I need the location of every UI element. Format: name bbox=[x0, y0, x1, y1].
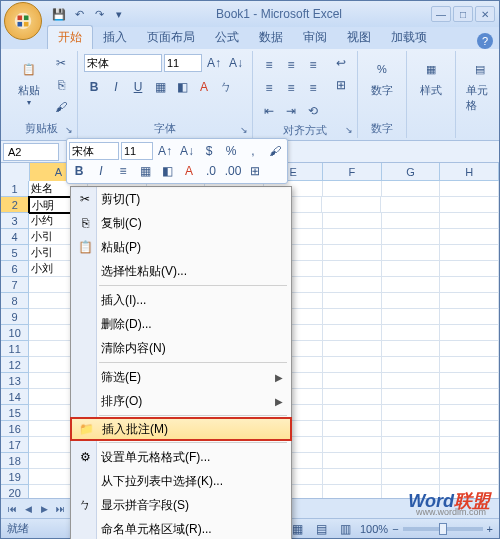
font-name-select[interactable]: 宋体 bbox=[84, 54, 162, 72]
cell[interactable] bbox=[440, 389, 499, 405]
cell[interactable] bbox=[323, 357, 382, 373]
cell[interactable] bbox=[382, 277, 441, 293]
mini-bold-button[interactable]: B bbox=[69, 161, 89, 181]
cell[interactable] bbox=[323, 437, 382, 453]
name-box[interactable]: A2 bbox=[3, 143, 59, 161]
next-sheet-icon[interactable]: ▶ bbox=[37, 502, 51, 516]
row-header[interactable]: 5 bbox=[1, 245, 29, 261]
undo-icon[interactable]: ↶ bbox=[71, 6, 87, 22]
cell[interactable] bbox=[440, 293, 499, 309]
view-break-icon[interactable]: ▥ bbox=[336, 519, 356, 539]
row-header[interactable]: 16 bbox=[1, 421, 29, 437]
mini-decrease-decimal-icon[interactable]: .0 bbox=[201, 161, 221, 181]
cell[interactable] bbox=[323, 373, 382, 389]
cell[interactable] bbox=[323, 485, 382, 498]
row-header[interactable]: 4 bbox=[1, 229, 29, 245]
menu-insert-comment[interactable]: 📁插入批注(M) bbox=[70, 417, 292, 441]
format-painter-icon[interactable]: 🖌 bbox=[51, 97, 71, 117]
mini-percent-icon[interactable]: % bbox=[221, 141, 241, 161]
zoom-out-icon[interactable]: − bbox=[392, 523, 398, 535]
zoom-slider[interactable] bbox=[403, 527, 483, 531]
cell[interactable] bbox=[323, 261, 382, 277]
cell[interactable] bbox=[382, 341, 441, 357]
row-header[interactable]: 9 bbox=[1, 309, 29, 325]
cell[interactable] bbox=[440, 213, 499, 229]
cell[interactable] bbox=[382, 181, 441, 197]
save-icon[interactable]: 💾 bbox=[51, 6, 67, 22]
menu-sort[interactable]: 排序(O)▶ bbox=[71, 389, 291, 413]
cell[interactable] bbox=[440, 421, 499, 437]
menu-format-cells[interactable]: ⚙设置单元格格式(F)... bbox=[71, 445, 291, 469]
menu-delete[interactable]: 删除(D)... bbox=[71, 312, 291, 336]
row-header[interactable]: 15 bbox=[1, 405, 29, 421]
font-size-select[interactable]: 11 bbox=[164, 54, 202, 72]
mini-merge-icon[interactable]: ⊞ bbox=[245, 161, 265, 181]
align-left-icon[interactable]: ≡ bbox=[259, 78, 279, 98]
menu-clear[interactable]: 清除内容(N) bbox=[71, 336, 291, 360]
menu-paste-special[interactable]: 选择性粘贴(V)... bbox=[71, 259, 291, 283]
align-middle-icon[interactable]: ≡ bbox=[281, 55, 301, 75]
select-all-corner[interactable] bbox=[1, 163, 30, 181]
prev-sheet-icon[interactable]: ◀ bbox=[21, 502, 35, 516]
cell[interactable] bbox=[382, 405, 441, 421]
office-button[interactable] bbox=[4, 2, 42, 40]
tab-formulas[interactable]: 公式 bbox=[205, 26, 249, 49]
align-top-icon[interactable]: ≡ bbox=[259, 55, 279, 75]
cell[interactable] bbox=[323, 277, 382, 293]
cell[interactable] bbox=[440, 437, 499, 453]
bold-button[interactable]: B bbox=[84, 77, 104, 97]
zoom-level[interactable]: 100% bbox=[360, 523, 388, 535]
cell[interactable] bbox=[382, 469, 441, 485]
cell[interactable] bbox=[382, 453, 441, 469]
cell[interactable] bbox=[382, 213, 441, 229]
border-button[interactable]: ▦ bbox=[150, 77, 170, 97]
mini-italic-button[interactable]: I bbox=[91, 161, 111, 181]
mini-size-select[interactable] bbox=[121, 142, 153, 160]
cut-icon[interactable]: ✂ bbox=[51, 53, 71, 73]
wrap-text-icon[interactable]: ↩ bbox=[331, 53, 351, 73]
cell[interactable] bbox=[323, 405, 382, 421]
row-header[interactable]: 7 bbox=[1, 277, 29, 293]
cell[interactable] bbox=[382, 373, 441, 389]
cell[interactable] bbox=[322, 197, 381, 213]
paste-button[interactable]: 📋 粘贴 ▾ bbox=[11, 53, 47, 119]
row-header[interactable]: 20 bbox=[1, 485, 29, 498]
cell[interactable] bbox=[440, 229, 499, 245]
qat-dropdown-icon[interactable]: ▾ bbox=[111, 6, 127, 22]
last-sheet-icon[interactable]: ⏭ bbox=[53, 502, 67, 516]
zoom-in-icon[interactable]: + bbox=[487, 523, 493, 535]
cell[interactable] bbox=[382, 309, 441, 325]
cell[interactable] bbox=[382, 261, 441, 277]
cell[interactable] bbox=[323, 309, 382, 325]
cell[interactable] bbox=[440, 373, 499, 389]
tab-insert[interactable]: 插入 bbox=[93, 26, 137, 49]
row-header[interactable]: 8 bbox=[1, 293, 29, 309]
cell[interactable] bbox=[382, 229, 441, 245]
cell[interactable] bbox=[440, 357, 499, 373]
font-launcher[interactable]: ↘ bbox=[238, 124, 250, 136]
tab-addins[interactable]: 加载项 bbox=[381, 26, 437, 49]
col-header-H[interactable]: H bbox=[440, 163, 499, 181]
menu-pick-from-list[interactable]: 从下拉列表中选择(K)... bbox=[71, 469, 291, 493]
menu-filter[interactable]: 筛选(E)▶ bbox=[71, 365, 291, 389]
row-header[interactable]: 6 bbox=[1, 261, 29, 277]
mini-font-color-icon[interactable]: A bbox=[179, 161, 199, 181]
cell[interactable] bbox=[440, 261, 499, 277]
styles-button[interactable]: ▦ 样式 bbox=[413, 53, 449, 100]
number-format-button[interactable]: % 数字 bbox=[364, 53, 400, 100]
tab-view[interactable]: 视图 bbox=[337, 26, 381, 49]
row-header[interactable]: 14 bbox=[1, 389, 29, 405]
row-header[interactable]: 3 bbox=[1, 213, 29, 229]
cells-button[interactable]: ▤ 单元格 bbox=[462, 53, 498, 115]
cell[interactable] bbox=[440, 325, 499, 341]
cell[interactable] bbox=[440, 309, 499, 325]
menu-paste[interactable]: 📋粘贴(P) bbox=[71, 235, 291, 259]
row-header[interactable]: 12 bbox=[1, 357, 29, 373]
redo-icon[interactable]: ↷ bbox=[91, 6, 107, 22]
cell[interactable] bbox=[323, 389, 382, 405]
orientation-icon[interactable]: ⟲ bbox=[303, 101, 323, 121]
increase-indent-icon[interactable]: ⇥ bbox=[281, 101, 301, 121]
cell[interactable] bbox=[323, 341, 382, 357]
row-header[interactable]: 18 bbox=[1, 453, 29, 469]
minimize-button[interactable]: ― bbox=[431, 6, 451, 22]
